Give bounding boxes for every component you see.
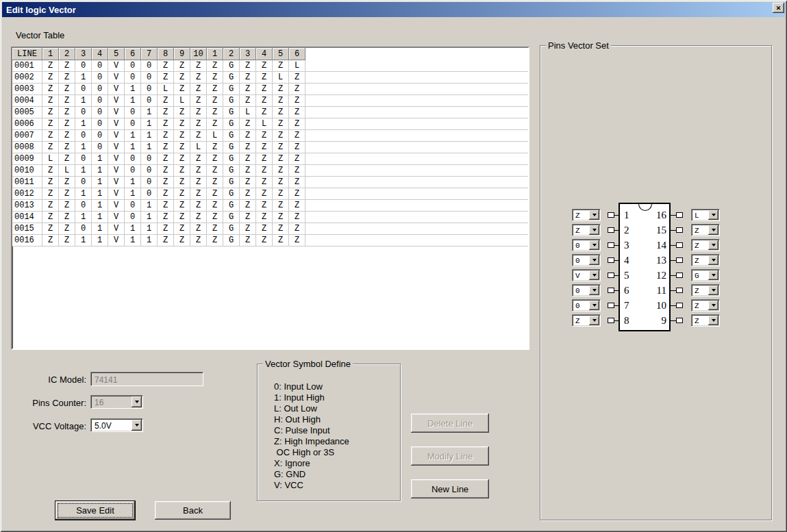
pin-9-select[interactable]: Z [691, 314, 720, 327]
ic-model-label: IC Model: [14, 375, 86, 385]
vector-cell: Z [42, 212, 59, 223]
table-row-0002[interactable]: 0002ZZ10V00ZZZZGZZLZ [12, 72, 528, 84]
table-row-0016[interactable]: 0016ZZ11V11ZZZZGZZZZ [12, 235, 528, 246]
vector-cell: Z [240, 177, 256, 188]
symbol-define-line: 1: Input High [274, 392, 349, 403]
pin-wire [671, 275, 676, 276]
vector-cell: Z [289, 188, 305, 199]
vector-cell: G [223, 72, 240, 83]
pin-8-select-dropdown-button[interactable] [589, 316, 599, 325]
table-row-0001[interactable]: 0001ZZ00V00ZZZZGZZZL [12, 60, 528, 72]
vcc-voltage-label: VCC Voltage: [14, 421, 86, 431]
pin-15-select-dropdown-button[interactable] [708, 225, 719, 235]
pin-12-select-dropdown-button[interactable] [708, 270, 719, 280]
vector-cell: Z [42, 142, 59, 153]
vector-table-header-cell: 7 [141, 48, 158, 60]
vector-cell: Z [158, 165, 174, 176]
ic-chip-diagram [619, 203, 671, 331]
vector-cell: Z [273, 118, 289, 129]
pin-16-select-dropdown-button[interactable] [708, 210, 719, 220]
vector-cell: G [223, 235, 240, 246]
table-row-0013[interactable]: 0013ZZ01V01ZZZZGZZZZ [12, 200, 528, 212]
pin-4-select-dropdown-button[interactable] [589, 255, 599, 265]
table-row-0012[interactable]: 0012ZZ11V10ZZZZGZZZZ [12, 188, 528, 200]
vector-table-body: 0001ZZ00V00ZZZZGZZZL0002ZZ10V00ZZZZGZZLZ… [12, 60, 528, 246]
pin-1-select-dropdown-button[interactable] [589, 210, 599, 220]
vector-cell: Z [158, 177, 174, 188]
line-number-cell: 0012 [12, 188, 42, 199]
vector-cell: Z [207, 223, 223, 234]
table-row-0011[interactable]: 0011ZZ01V10ZZZZGZZZZ [12, 177, 528, 188]
pin-1-select[interactable]: Z [572, 209, 601, 221]
vector-cell: Z [42, 200, 59, 211]
pin-3-select[interactable]: 0 [572, 239, 601, 251]
vector-cell: G [223, 212, 240, 223]
pin-6-select-dropdown-button[interactable] [589, 286, 599, 295]
chevron-down-icon [712, 304, 716, 307]
vector-cell: 0 [141, 84, 158, 94]
pin-5-select-dropdown-button[interactable] [589, 270, 599, 280]
pin-5-select[interactable]: V [572, 269, 601, 281]
pin-3-select-dropdown-button[interactable] [589, 240, 599, 250]
pin-7-select[interactable]: 0 [572, 299, 601, 312]
pin-wire [614, 290, 619, 291]
vector-cell: 0 [92, 142, 108, 153]
pin-4-select[interactable]: 0 [572, 254, 601, 266]
table-row-0005[interactable]: 0005ZZ00V01ZZZZGLZZZ [12, 107, 528, 118]
chip-pin-number-5: 5 [624, 270, 640, 281]
chip-pin-number-4: 4 [624, 255, 640, 266]
vector-table-header-cell: 2 [59, 48, 75, 60]
pin-14-select-dropdown-button[interactable] [708, 240, 719, 250]
vector-cell: 1 [141, 212, 158, 223]
table-row-0014[interactable]: 0014ZZ11V01ZZZZGZZZZ [12, 212, 528, 223]
table-row-0008[interactable]: 0008ZZ10V11ZZLZGZZZZ [12, 142, 528, 153]
vector-cell: Z [158, 72, 174, 83]
pin-11-select[interactable]: Z [691, 284, 720, 296]
table-row-0015[interactable]: 0015ZZ01V11ZZZZGZZZZ [12, 223, 528, 235]
table-row-0010[interactable]: 0010ZL11V00ZZZZGZZZZ [12, 165, 528, 177]
table-row-0004[interactable]: 0004ZZ10V10ZLZZGZZZZ [12, 95, 528, 107]
vector-cell: Z [174, 118, 190, 129]
vector-table-header-cell: 10 [190, 48, 207, 60]
line-number-cell: 0002 [12, 72, 42, 83]
pin-11-select-dropdown-button[interactable] [708, 286, 719, 295]
pin-7-select-dropdown-button[interactable] [589, 301, 599, 310]
chip-pin-number-6: 6 [624, 285, 640, 296]
vector-cell: G [223, 142, 240, 153]
pin-10-select-dropdown-button[interactable] [708, 301, 719, 310]
pin-9-select-dropdown-button[interactable] [708, 316, 719, 325]
pin-6-select[interactable]: 0 [572, 284, 601, 296]
pin-8-select[interactable]: Z [572, 314, 601, 327]
pin-12-select[interactable]: G [691, 269, 720, 281]
pin-16-select[interactable]: L [691, 209, 720, 221]
table-row-0009[interactable]: 0009LZ01V00ZZZZGZZZZ [12, 153, 528, 165]
vector-table-header-filler [305, 48, 528, 60]
vector-cell: Z [42, 188, 59, 199]
vcc-voltage-dropdown-button[interactable] [132, 420, 142, 431]
table-row-0006[interactable]: 0006ZZ10V01ZZZZGZLZZ [12, 118, 528, 130]
vector-cell: Z [158, 107, 174, 118]
vcc-voltage-select[interactable]: 5.0V [90, 418, 143, 432]
pin-2-select[interactable]: Z [572, 224, 601, 236]
vector-cell: Z [240, 223, 256, 234]
save-edit-button[interactable]: Save Edit [55, 501, 135, 520]
back-button[interactable]: Back [155, 501, 231, 520]
pin-15-select[interactable]: Z [691, 224, 720, 236]
pin-13-select[interactable]: Z [691, 254, 720, 266]
table-row-0007[interactable]: 0007ZZ00V11ZZZLGZZZZ [12, 130, 528, 142]
vector-cell: L [190, 142, 207, 153]
table-row-0003[interactable]: 0003ZZ00V10LZZZGZZZZ [12, 84, 528, 95]
vector-cell: 1 [75, 142, 92, 153]
pin-13-select-dropdown-button[interactable] [708, 255, 719, 265]
vector-cell: Z [174, 200, 190, 211]
vector-cell: Z [207, 60, 223, 71]
pin-2-select-dropdown-button[interactable] [589, 225, 599, 235]
line-number-cell: 0003 [12, 84, 42, 94]
pin-14-select[interactable]: Z [691, 239, 720, 251]
vector-cell: Z [158, 235, 174, 246]
pin-10-select[interactable]: Z [691, 299, 720, 312]
vector-cell: 0 [125, 72, 141, 83]
close-button[interactable]: ✕ [773, 3, 784, 13]
new-line-button[interactable]: New Line [411, 479, 489, 498]
pin-8-select-value: Z [573, 315, 588, 326]
